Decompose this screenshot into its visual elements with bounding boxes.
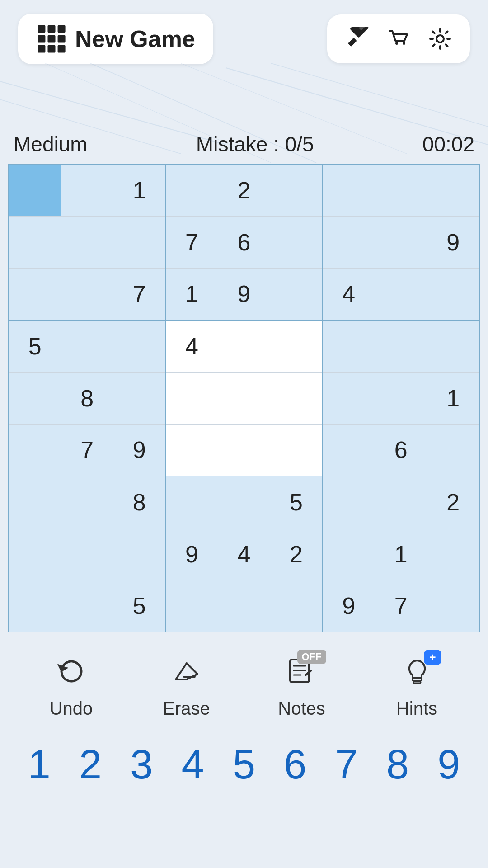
grid-cell[interactable]: 8 <box>61 372 113 424</box>
grid-cell[interactable]: 1 <box>113 164 166 216</box>
notes-button[interactable]: OFF Notes <box>266 655 338 719</box>
grid-cell[interactable] <box>165 164 218 216</box>
grid-cell[interactable] <box>218 424 270 476</box>
grid-cell[interactable]: 9 <box>218 268 270 320</box>
grid-cell[interactable]: 7 <box>61 424 113 476</box>
grid-cell[interactable]: 7 <box>113 268 166 320</box>
grid-cell[interactable] <box>9 476 61 528</box>
grid-cell[interactable]: 1 <box>375 528 427 580</box>
grid-cell[interactable]: 8 <box>113 476 166 528</box>
grid-cell[interactable]: 9 <box>427 216 479 268</box>
grid-cell[interactable]: 5 <box>270 476 323 528</box>
grid-cell[interactable] <box>218 372 270 424</box>
settings-button[interactable] <box>424 23 456 55</box>
grid-cell[interactable] <box>61 164 113 216</box>
grid-cell[interactable] <box>9 216 61 268</box>
svg-point-13 <box>403 42 405 45</box>
grid-cell[interactable] <box>165 580 218 632</box>
grid-cell[interactable] <box>427 320 479 372</box>
grid-cell[interactable] <box>270 216 323 268</box>
grid-cell[interactable] <box>375 372 427 424</box>
grid-cell[interactable] <box>427 580 479 632</box>
grid-cell[interactable]: 5 <box>113 580 166 632</box>
grid-cell[interactable] <box>9 580 61 632</box>
grid-cell[interactable] <box>270 424 323 476</box>
grid-cell[interactable] <box>61 476 113 528</box>
grid-cell[interactable] <box>375 476 427 528</box>
number-pad-button[interactable]: 4 <box>170 741 216 788</box>
grid-cell[interactable] <box>218 476 270 528</box>
grid-cell[interactable]: 1 <box>427 372 479 424</box>
grid-cell[interactable] <box>9 164 61 216</box>
grid-cell[interactable] <box>9 372 61 424</box>
grid-cell[interactable] <box>427 268 479 320</box>
number-pad-button[interactable]: 2 <box>68 741 113 788</box>
number-pad-button[interactable]: 9 <box>426 741 471 788</box>
grid-cell[interactable] <box>270 372 323 424</box>
number-pad-button[interactable]: 7 <box>324 741 369 788</box>
grid-cell[interactable] <box>113 528 166 580</box>
grid-cell[interactable]: 9 <box>165 528 218 580</box>
grid-cell[interactable] <box>61 528 113 580</box>
grid-cell[interactable] <box>323 320 375 372</box>
grid-cell[interactable]: 6 <box>218 216 270 268</box>
grid-cell[interactable]: 4 <box>165 320 218 372</box>
grid-cell[interactable] <box>270 580 323 632</box>
grid-cell[interactable] <box>270 320 323 372</box>
grid-cell[interactable] <box>375 320 427 372</box>
grid-cell[interactable] <box>375 268 427 320</box>
grid-cell[interactable] <box>375 164 427 216</box>
grid-cell[interactable] <box>323 372 375 424</box>
grid-cell[interactable]: 2 <box>427 476 479 528</box>
number-pad-button[interactable]: 1 <box>17 741 62 788</box>
number-pad-button[interactable]: 3 <box>119 741 164 788</box>
grid-cell[interactable] <box>427 424 479 476</box>
grid-cell[interactable] <box>218 580 270 632</box>
grid-cell[interactable] <box>61 580 113 632</box>
grid-cell[interactable] <box>323 476 375 528</box>
grid-cell[interactable] <box>270 268 323 320</box>
number-pad-button[interactable]: 8 <box>375 741 420 788</box>
hints-button[interactable]: + Hints <box>381 655 453 719</box>
grid-cell[interactable] <box>61 320 113 372</box>
grid-cell[interactable]: 4 <box>218 528 270 580</box>
grid-cell[interactable]: 2 <box>270 528 323 580</box>
grid-cell[interactable]: 5 <box>9 320 61 372</box>
grid-cell[interactable] <box>323 528 375 580</box>
grid-cell[interactable] <box>165 424 218 476</box>
grid-cell[interactable]: 7 <box>165 216 218 268</box>
new-game-button[interactable]: New Game <box>18 14 213 64</box>
grid-cell[interactable] <box>9 424 61 476</box>
erase-button[interactable]: Erase <box>150 655 223 719</box>
grid-cell[interactable]: 6 <box>375 424 427 476</box>
grid-cell[interactable] <box>323 424 375 476</box>
grid-cell[interactable] <box>323 164 375 216</box>
undo-button[interactable]: Undo <box>35 655 108 719</box>
number-pad-button[interactable]: 5 <box>221 741 267 788</box>
grid-cell[interactable] <box>9 268 61 320</box>
grid-cell[interactable] <box>61 216 113 268</box>
number-pad-button[interactable]: 6 <box>272 741 318 788</box>
grid-cell[interactable]: 1 <box>165 268 218 320</box>
grid-cell[interactable] <box>427 528 479 580</box>
cart-button[interactable] <box>382 23 415 55</box>
grid-cell[interactable] <box>165 476 218 528</box>
grid-cell[interactable] <box>61 268 113 320</box>
grid-cell[interactable]: 2 <box>218 164 270 216</box>
grid-cell[interactable] <box>9 528 61 580</box>
grid-cell[interactable] <box>165 372 218 424</box>
grid-cell[interactable] <box>113 216 166 268</box>
paint-button[interactable] <box>341 23 373 55</box>
grid-cell[interactable]: 9 <box>323 580 375 632</box>
grid-cell[interactable] <box>323 216 375 268</box>
grid-cell[interactable] <box>375 216 427 268</box>
grid-cell[interactable] <box>113 320 166 372</box>
grid-cell[interactable] <box>113 372 166 424</box>
grid-cell[interactable] <box>218 320 270 372</box>
grid-cell[interactable]: 4 <box>323 268 375 320</box>
grid-cell[interactable]: 9 <box>113 424 166 476</box>
svg-rect-2 <box>58 25 66 33</box>
grid-cell[interactable] <box>427 164 479 216</box>
grid-cell[interactable]: 7 <box>375 580 427 632</box>
grid-cell[interactable] <box>270 164 323 216</box>
